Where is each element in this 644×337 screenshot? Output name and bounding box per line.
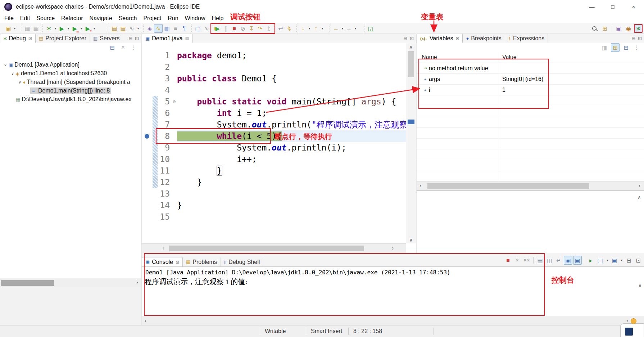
code-line[interactable]: 13 [142,188,406,199]
save-icon[interactable]: ▦ [23,24,32,33]
breakpoint-gutter[interactable] [142,119,153,130]
dropdown-icon[interactable]: ▾ [66,27,71,30]
tree-item[interactable]: ∨▣Demo1 [Java Application] [0,60,141,69]
empty-row[interactable] [417,139,644,149]
menu-file[interactable]: File [4,15,14,22]
step-over-icon[interactable]: ↷ [256,24,264,33]
scroll-right-icon[interactable]: › [626,318,628,323]
expander-icon[interactable]: ∨ [17,80,23,85]
scroll-left-icon[interactable]: ‹ [145,318,146,323]
menu-edit[interactable]: Edit [20,15,30,22]
word-wrap-icon[interactable]: ↵ [554,256,563,265]
save-all-icon[interactable]: ▦ [32,24,40,33]
column-divider[interactable] [499,52,499,181]
column-header-value[interactable]: Value [499,54,644,60]
terminate-icon[interactable]: ■ [504,256,512,265]
code-line[interactable]: 10 i++; [142,153,406,165]
new-wizard-icon[interactable]: ▣ [4,24,13,33]
code-text[interactable]: System.out.println(i); [177,142,406,153]
open-console-icon[interactable]: ▣ [610,256,619,265]
variables-detail-pane[interactable]: ∧ [417,190,644,253]
dropdown-icon[interactable]: ▾ [307,27,312,30]
code-text[interactable] [177,188,406,199]
empty-row[interactable] [417,128,644,139]
empty-row[interactable] [417,95,644,106]
view-menu-icon[interactable]: ⋮ [632,43,641,52]
remove-all-launches-icon[interactable]: ×× [522,256,531,265]
open-new-window-icon[interactable]: ◱ [366,24,375,33]
code-line[interactable]: 14} [142,199,406,211]
code-text[interactable]: } [177,165,406,176]
code-line[interactable]: 15 [142,211,406,223]
maximize-icon[interactable]: ⊡ [634,256,643,265]
coverage-icon[interactable]: ▶▂ [71,24,79,33]
scroll-right-icon[interactable]: › [639,183,640,189]
step-into-icon[interactable]: ↧ [247,24,256,33]
clear-console-icon[interactable]: ▤ [536,256,544,265]
dropdown-icon[interactable]: ▾ [53,27,58,30]
console-hscrollbar[interactable]: ‹ › [142,316,644,325]
scroll-up-icon[interactable]: ∧ [409,44,413,50]
scrollbar-thumb[interactable] [408,51,414,77]
dropdown-icon[interactable]: ▾ [340,27,345,30]
minimize-icon[interactable]: ⊟ [625,256,633,265]
code-text[interactable] [177,211,406,223]
line-number[interactable]: 13 [158,188,171,199]
resume-icon[interactable]: ▮▶ [213,24,221,33]
dropdown-icon[interactable]: ▾ [92,27,96,30]
breakpoint-gutter[interactable] [142,130,153,142]
breakpoint-gutter[interactable] [142,176,153,188]
scrollbar-thumb[interactable] [169,246,364,251]
javaee-perspective-icon[interactable]: ▣ [614,24,623,33]
mark-occurrences-icon[interactable]: ∿ [127,24,136,33]
next-annotation-icon[interactable]: ↓ [299,24,307,33]
outline-icon[interactable]: ≡ [171,24,180,33]
scrollbar-thumb[interactable] [1,280,54,286]
tab-project-explorer[interactable]: ▤Project Explorer [36,34,90,43]
breakpoint-gutter[interactable] [142,142,153,153]
line-number[interactable]: 6 [158,107,171,119]
remove-launch-icon[interactable]: × [513,256,522,265]
maximize-button[interactable]: □ [602,0,623,14]
line-number[interactable]: 3 [158,73,171,84]
dropdown-icon[interactable]: ▾ [605,259,609,262]
dropdown-icon[interactable]: ▾ [79,27,83,30]
breakpoint-gutter[interactable] [142,96,153,107]
scroll-right-icon[interactable]: › [392,245,394,251]
scroll-up-icon[interactable]: ∧ [638,194,641,200]
variable-row[interactable]: ●argsString[0] (id=16) [417,74,644,85]
dropdown-icon[interactable]: ▾ [13,27,17,30]
breakpoint-gutter[interactable] [142,84,153,96]
terminate-icon[interactable]: ■ [230,24,239,33]
line-number[interactable]: 7 [158,119,171,130]
display-console-icon[interactable]: ▢ [194,24,202,33]
menu-window[interactable]: Window [185,15,205,22]
code-line[interactable]: 2 [142,61,406,73]
variables-hscrollbar[interactable]: ‹ › [417,181,644,190]
variable-row[interactable]: ⇥no method return value [417,63,644,74]
code-text[interactable]: } [177,199,406,211]
collapse-all-icon[interactable]: ⊟ [622,43,630,52]
maximize-view-icon[interactable]: ⊡ [410,36,414,41]
menu-help[interactable]: Help [212,15,223,22]
scroll-down-icon[interactable]: ∨ [409,237,413,243]
forward-icon[interactable]: → [345,24,353,33]
code-line[interactable]: 1package demo1; [142,50,406,61]
notification-icon[interactable] [631,318,636,324]
minimize-view-icon[interactable]: ⊟ [631,36,635,41]
menu-refactor[interactable]: Refactor [61,15,83,22]
line-number[interactable]: 9 [158,142,171,153]
code-text[interactable] [177,61,406,73]
scrollbar-thumb[interactable] [427,183,589,189]
notification-popup[interactable] [620,323,644,337]
tab-debug-shell[interactable]: ▯Debug Shell [221,257,263,266]
maximize-view-icon[interactable]: ⊡ [135,36,139,41]
empty-row[interactable] [417,106,644,117]
menu-project[interactable]: Project [143,15,161,22]
previous-annotation-icon[interactable]: ↑ [312,24,320,33]
code-line[interactable]: 11 } [142,165,406,176]
tree-item[interactable]: ∨◈demo1.Demo1 at localhost:52630 [0,69,141,78]
scroll-lock-icon[interactable]: ◫ [545,256,554,265]
menu-navigate[interactable]: Navigate [90,15,112,22]
breakpoint-gutter[interactable] [142,188,153,199]
